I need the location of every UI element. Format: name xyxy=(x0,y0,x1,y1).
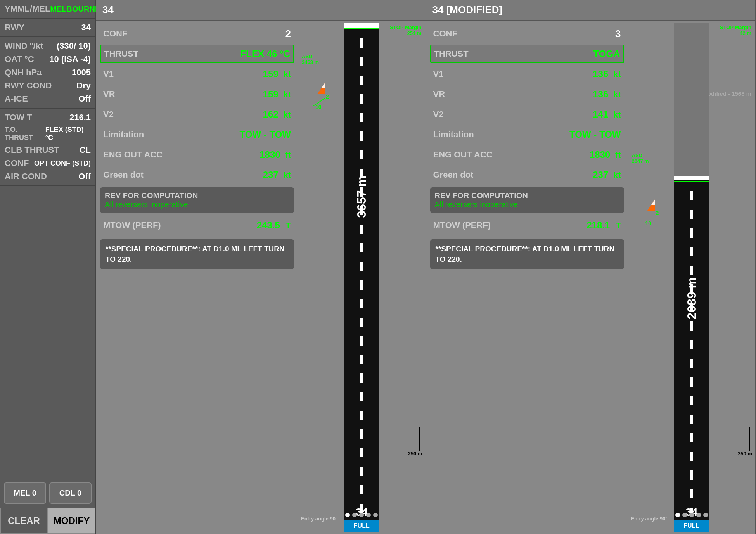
dot-1-5 xyxy=(373,513,378,517)
full-label-1: FULL xyxy=(354,522,370,529)
eng-out-row-1: ENG OUT ACC 1830 ft xyxy=(100,145,294,164)
mtow-val-1: 243.5 T xyxy=(257,220,291,231)
scale-label-area-1: 250 m xyxy=(408,451,422,456)
wind-cone-1: 2 10 xyxy=(306,79,333,119)
runway-strip-1: 3657 m 34 FULL xyxy=(344,23,379,532)
air-cond-row: AIR COND Off xyxy=(4,170,92,183)
v2-key-2: V2 xyxy=(433,109,444,119)
svg-marker-7 xyxy=(651,199,655,205)
v1-row-2: V1 136 kt xyxy=(430,65,624,83)
asd-area-2: ASD 2047 m xyxy=(632,152,649,164)
stop-margin-label-2: STOP Margin xyxy=(720,24,751,30)
stop-margin-area-2: STOP Margin 42 m xyxy=(720,24,751,36)
green-dot-val-1: 237 kt xyxy=(263,169,291,180)
limitation-val-1: TOW - TOW xyxy=(240,129,291,140)
oat-row: OAT °C 10 (ISA -4) xyxy=(4,53,92,66)
airport-value: MELBOURNE xyxy=(50,5,100,14)
aice-row: A-ICE Off xyxy=(4,92,92,105)
conf-sidebar-label: CONF xyxy=(5,158,29,168)
wind-row: WIND °/kt (330/ 10) xyxy=(4,40,92,53)
dot-2-5 xyxy=(703,513,708,517)
rwy-cond-value: Dry xyxy=(76,81,91,91)
scale-label-2: 250 m xyxy=(738,451,752,456)
asd-label-2: ASD xyxy=(632,152,649,158)
dot-2-1 xyxy=(675,513,680,517)
qnh-label: QNH hPa xyxy=(5,67,42,78)
wind-cone-deg-1: 10 xyxy=(315,104,322,110)
panel-1-data-table: CONF 2 THRUST FLEX 46 °C V1 159 kt VR xyxy=(96,21,298,534)
dot-2-2 xyxy=(682,513,687,517)
runway-dashes-2 xyxy=(690,191,693,516)
rev-title-2: REV FOR COMPUTATION xyxy=(435,191,619,200)
mtow-row-1: MTOW (PERF) 243.5 T xyxy=(100,216,294,235)
runway-dist-2: 2089 m xyxy=(684,277,699,320)
mel-cdl-buttons: MEL 0 CDL 0 xyxy=(0,479,95,508)
to-thrust-value: FLEX (STD) °C xyxy=(45,126,91,142)
modify-button[interactable]: MODIFY xyxy=(48,508,95,534)
vr-key-1: VR xyxy=(103,89,115,99)
limitation-row-1: Limitation TOW - TOW xyxy=(100,125,294,144)
airport-section: YMML/MEL MELBOURNE xyxy=(0,0,95,19)
thrust-val-2: TOGA xyxy=(593,48,620,59)
thrust-row-2: THRUST TOGA xyxy=(430,45,624,63)
air-cond-value: Off xyxy=(78,171,91,181)
rev-title-1: REV FOR COMPUTATION xyxy=(105,191,289,200)
rwy-section: RWY 34 xyxy=(0,19,95,37)
asd-value-1: 3463 m xyxy=(302,59,319,65)
v1-key-1: V1 xyxy=(103,69,114,79)
asd-label-1: ASD xyxy=(302,54,319,59)
mtow-key-1: MTOW (PERF) xyxy=(103,220,161,230)
clear-button[interactable]: CLEAR xyxy=(0,508,48,534)
clb-row: CLB THRUST CL xyxy=(4,143,92,157)
rev-box-1: REV FOR COMPUTATION All reversers inoper… xyxy=(100,187,294,213)
modified-label-2: Modified - 1568 m xyxy=(702,90,751,97)
airport-row: YMML/MEL MELBOURNE xyxy=(4,2,92,16)
vr-row-2: VR 136 kt xyxy=(430,85,624,104)
runway-full-bar-1: FULL xyxy=(344,520,379,532)
scale-label-area-2: 250 m xyxy=(738,451,752,456)
limitation-key-2: Limitation xyxy=(433,130,474,140)
tow-row: TOW T 216.1 xyxy=(4,111,92,124)
to-thrust-row: T.O. THRUST FLEX (STD) °C xyxy=(4,124,92,143)
v2-val-1: 162 kt xyxy=(263,109,291,120)
panel-2-content: CONF 3 THRUST TOGA V1 136 kt VR xyxy=(426,21,756,534)
scale-line-1 xyxy=(419,427,420,451)
dot-1-1 xyxy=(345,513,350,517)
mel-button[interactable]: MEL 0 xyxy=(4,482,46,504)
main-panels: 34 CONF 2 THRUST FLEX 46 °C V1 159 kt xyxy=(96,0,756,534)
conf-key-2: CONF xyxy=(433,29,457,39)
runway-dashes-1 xyxy=(360,38,363,516)
panel-2: 34 [MODIFIED] CONF 3 THRUST TOGA V1 136 … xyxy=(426,0,756,534)
runway-visual-1: STOP Margin 254 m ASD 3463 m xyxy=(298,21,426,534)
scale-bar-2: 250 m xyxy=(738,427,752,456)
green-dot-row-2: Green dot 237 kt xyxy=(430,166,624,184)
wind-label: WIND °/kt xyxy=(5,41,43,51)
oat-label: OAT °C xyxy=(5,54,34,64)
v1-val-1: 159 kt xyxy=(263,69,291,79)
dots-2 xyxy=(672,510,711,520)
qnh-row: QNH hPa 1005 xyxy=(4,66,92,79)
rwy-cond-label: RWY COND xyxy=(5,81,52,91)
runway-top-bar-2 xyxy=(674,176,709,180)
conf-val-2: 3 xyxy=(615,28,621,40)
air-cond-label: AIR COND xyxy=(5,171,47,181)
conf-val-1: 2 xyxy=(285,28,291,40)
wind-value: (330/ 10) xyxy=(57,41,91,51)
vr-val-2: 136 kt xyxy=(593,89,621,100)
wind-cone-pos-2: 2 xyxy=(656,210,659,216)
v2-val-2: 141 kt xyxy=(593,109,621,120)
rwy-label: RWY xyxy=(5,22,24,33)
scale-bar-1: 250 m xyxy=(408,427,422,456)
tow-label: TOW T xyxy=(5,112,32,123)
entry-angle-2: Entry angle 90° xyxy=(631,516,668,522)
v2-row-1: V2 162 kt xyxy=(100,105,294,124)
dot-2-3 xyxy=(689,513,694,517)
panel-2-title: 34 [MODIFIED] xyxy=(426,0,756,21)
conf-sidebar-value: OPT CONF (STD) xyxy=(34,159,91,168)
cdl-button[interactable]: CDL 0 xyxy=(49,482,92,504)
panel-1: 34 CONF 2 THRUST FLEX 46 °C V1 159 kt xyxy=(96,0,426,534)
oat-value: 10 (ISA -4) xyxy=(49,54,91,64)
thrust-key-2: THRUST xyxy=(434,49,469,59)
dot-2-4 xyxy=(696,513,701,517)
conf-key-1: CONF xyxy=(103,29,127,39)
